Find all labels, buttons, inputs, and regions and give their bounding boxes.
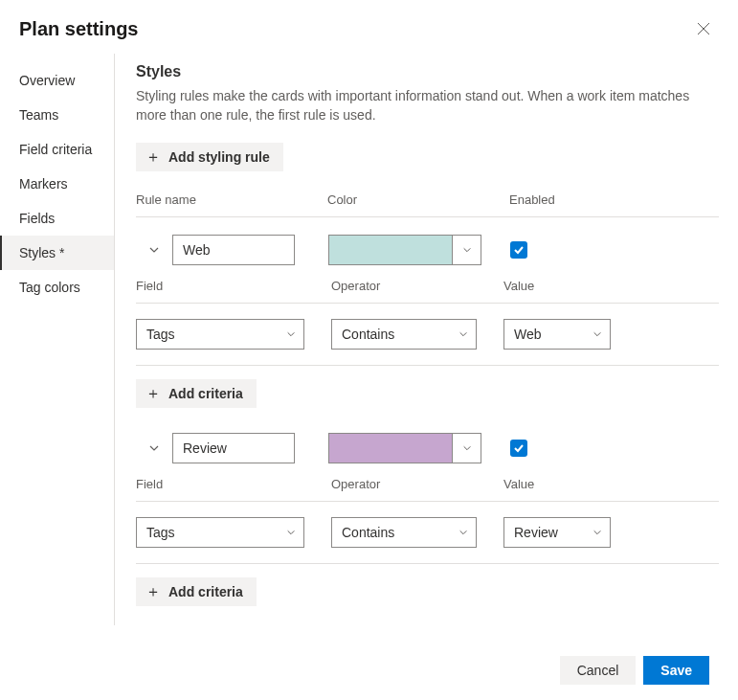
sidebar-item-overview[interactable]: Overview	[0, 63, 114, 98]
plus-icon: ＋	[145, 386, 161, 401]
value-select-value: Web	[514, 327, 542, 342]
plus-icon: ＋	[145, 149, 161, 165]
field-select[interactable]: Tags	[136, 319, 304, 350]
cancel-button[interactable]: Cancel	[560, 656, 637, 685]
sidebar-item-label: Field criteria	[19, 142, 92, 157]
add-styling-rule-label: Add styling rule	[168, 149, 270, 165]
column-header-field: Field	[136, 477, 331, 491]
close-icon	[696, 21, 711, 36]
page-title: Plan settings	[19, 18, 138, 40]
column-header-value: Value	[503, 477, 534, 491]
rule-row	[136, 427, 719, 477]
add-criteria-label: Add criteria	[168, 386, 243, 401]
color-picker[interactable]	[328, 433, 481, 463]
operator-select[interactable]: Contains	[331, 319, 477, 350]
sidebar-item-label: Fields	[19, 211, 55, 226]
column-header-operator: Operator	[331, 477, 503, 491]
close-button[interactable]	[692, 17, 715, 40]
sidebar-item-teams[interactable]: Teams	[0, 98, 114, 132]
sidebar-item-label: Styles *	[19, 245, 64, 260]
column-header-value: Value	[503, 279, 534, 293]
sidebar-item-field-criteria[interactable]: Field criteria	[0, 132, 114, 167]
column-header-field: Field	[136, 279, 331, 293]
plus-icon: ＋	[145, 584, 161, 599]
section-title: Styles	[136, 63, 719, 80]
sidebar-item-label: Markers	[19, 176, 68, 192]
chevron-down-icon	[462, 443, 472, 453]
sidebar-item-styles[interactable]: Styles *	[0, 236, 114, 270]
enabled-checkbox[interactable]	[510, 440, 527, 457]
chevron-down-icon	[462, 245, 472, 255]
chevron-down-icon	[148, 244, 160, 256]
expand-toggle[interactable]	[136, 244, 172, 256]
operator-select-value: Contains	[342, 525, 394, 540]
color-swatch	[329, 236, 452, 264]
sidebar-item-tag-colors[interactable]: Tag colors	[0, 270, 114, 305]
expand-toggle[interactable]	[136, 442, 172, 454]
chevron-down-icon	[593, 528, 602, 537]
color-swatch	[329, 434, 452, 463]
section-description: Styling rules make the cards with import…	[136, 86, 719, 125]
check-icon	[513, 442, 525, 454]
field-select[interactable]: Tags	[136, 517, 304, 548]
value-select[interactable]: Review	[503, 517, 611, 548]
column-header-operator: Operator	[331, 279, 503, 293]
chevron-down-icon	[286, 528, 296, 537]
sidebar-item-markers[interactable]: Markers	[0, 167, 114, 201]
chevron-down-icon	[458, 528, 468, 537]
enabled-checkbox[interactable]	[510, 241, 527, 259]
sidebar: Overview Teams Field criteria Markers Fi…	[0, 54, 115, 625]
chevron-down-icon	[148, 442, 160, 454]
operator-select[interactable]: Contains	[331, 517, 477, 548]
color-picker[interactable]	[328, 235, 481, 265]
sidebar-item-label: Tag colors	[19, 280, 80, 295]
add-criteria-label: Add criteria	[168, 584, 243, 599]
sidebar-item-label: Overview	[19, 73, 75, 88]
value-select-value: Review	[514, 525, 558, 540]
criteria-row: Tags Contains Web	[136, 304, 719, 365]
save-button[interactable]: Save	[643, 656, 709, 685]
field-select-value: Tags	[146, 525, 175, 540]
color-dropdown-toggle[interactable]	[452, 434, 481, 463]
column-header-rulename: Rule name	[136, 192, 327, 207]
rule-name-input[interactable]	[172, 235, 295, 265]
field-select-value: Tags	[146, 327, 175, 342]
add-styling-rule-button[interactable]: ＋ Add styling rule	[136, 143, 283, 171]
add-criteria-button[interactable]: ＋ Add criteria	[136, 379, 257, 408]
operator-select-value: Contains	[342, 327, 394, 342]
value-select[interactable]: Web	[503, 319, 611, 350]
chevron-down-icon	[286, 329, 296, 339]
color-dropdown-toggle[interactable]	[452, 236, 481, 264]
criteria-row: Tags Contains Review	[136, 502, 719, 563]
sidebar-item-label: Teams	[19, 107, 58, 123]
sidebar-item-fields[interactable]: Fields	[0, 201, 114, 236]
chevron-down-icon	[593, 329, 602, 339]
rule-name-input[interactable]	[172, 433, 295, 463]
chevron-down-icon	[458, 329, 468, 339]
check-icon	[513, 244, 525, 256]
column-header-enabled: Enabled	[509, 192, 555, 207]
rule-row	[136, 217, 719, 279]
add-criteria-button[interactable]: ＋ Add criteria	[136, 577, 257, 606]
column-header-color: Color	[327, 192, 509, 207]
